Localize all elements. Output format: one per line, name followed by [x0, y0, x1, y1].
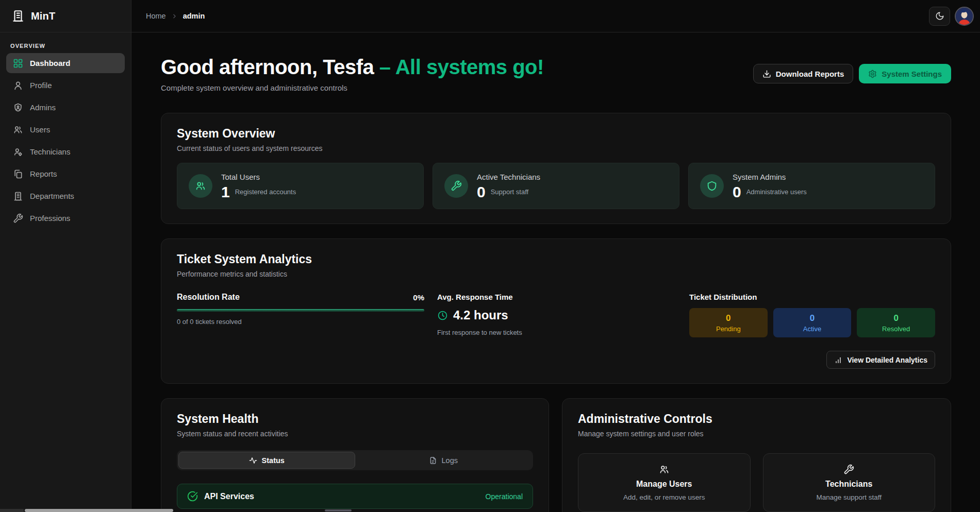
sidebar-section-label: OVERVIEW	[0, 32, 131, 53]
sidebar: MinT OVERVIEW Dashboard Profile Admins	[0, 0, 131, 512]
distribution-resolved: 0 Resolved	[857, 308, 935, 337]
user-avatar[interactable]	[955, 7, 974, 26]
analytics-grid: Resolution Rate 0% 0 of 0 tickets resolv…	[177, 293, 935, 337]
active-label: Active	[803, 325, 821, 333]
status-badge: Operational	[486, 492, 523, 501]
technicians-caption: Manage support staff	[816, 493, 882, 501]
sidebar-item-users[interactable]: Users	[6, 120, 125, 140]
shield-user-icon	[13, 103, 23, 113]
card-subtitle: Current status of users and system resou…	[177, 144, 935, 152]
users-icon	[659, 464, 670, 475]
card-subtitle: Performance metrics and statistics	[177, 270, 935, 278]
sidebar-item-label: Departments	[30, 192, 74, 200]
system-overview-card: System Overview Current status of users …	[161, 113, 951, 224]
greeting-accent-text: – All systems go!	[379, 56, 544, 78]
sidebar-item-label: Admins	[30, 103, 56, 112]
stat-caption: Administrative users	[746, 188, 807, 196]
topbar: Home admin	[131, 0, 980, 32]
app-root: MinT OVERVIEW Dashboard Profile Admins	[0, 0, 980, 512]
stat-caption: Registered accounts	[235, 188, 296, 196]
stat-body: System Admins 0 Administrative users	[733, 173, 807, 200]
resolution-rate-block: Resolution Rate 0% 0 of 0 tickets resolv…	[177, 293, 424, 337]
horizontal-scrollbar-thumb-secondary[interactable]	[325, 509, 352, 511]
system-settings-button[interactable]: System Settings	[859, 64, 951, 83]
stats-grid: Total Users 1 Registered accounts A	[177, 163, 935, 209]
ticket-analytics-card: Ticket System Analytics Performance metr…	[161, 238, 951, 384]
admin-controls-card: Administrative Controls Manage system se…	[562, 398, 951, 512]
tab-status[interactable]: Status	[178, 452, 355, 469]
tab-logs[interactable]: Logs	[355, 452, 532, 469]
stat-caption: Support staff	[491, 188, 528, 196]
technicians-label: Technicians	[825, 480, 872, 489]
stat-label: System Admins	[733, 173, 807, 181]
card-title: System Overview	[177, 127, 935, 141]
technicians-card[interactable]: Technicians Manage support staff	[763, 453, 936, 512]
stat-body: Active Technicians 0 Support staff	[477, 173, 540, 200]
view-detailed-analytics-label: View Detailed Analytics	[847, 356, 927, 364]
resolved-label: Resolved	[882, 325, 910, 333]
page-subtitle: Complete system overview and administrat…	[161, 83, 544, 92]
tab-logs-label: Logs	[442, 456, 458, 465]
users-icon	[13, 125, 23, 135]
main-area: Home admin	[131, 0, 980, 512]
wrench-icon	[13, 213, 23, 224]
sidebar-nav: Dashboard Profile Admins Users	[0, 53, 131, 228]
moon-icon	[935, 11, 944, 21]
card-title: Administrative Controls	[578, 412, 935, 426]
status-row-api-services: API Services Operational	[177, 484, 533, 509]
response-time-block: Avg. Response Time 4.2 hours First respo…	[437, 293, 676, 337]
sidebar-item-technicians[interactable]: Technicians	[6, 142, 125, 162]
building-icon	[13, 191, 23, 201]
shield-icon	[700, 174, 724, 198]
manage-users-label: Manage Users	[636, 480, 692, 489]
wrench-icon	[444, 174, 468, 198]
stat-value: 0	[477, 184, 486, 200]
stat-active-technicians: Active Technicians 0 Support staff	[433, 163, 679, 209]
sidebar-item-departments[interactable]: Departments	[6, 186, 125, 206]
activity-icon	[249, 456, 257, 465]
sidebar-item-dashboard[interactable]: Dashboard	[6, 53, 125, 73]
header-actions: Download Reports System Settings	[753, 64, 951, 83]
horizontal-scrollbar-thumb[interactable]	[25, 509, 173, 512]
files-icon	[13, 169, 23, 179]
sidebar-item-label: Dashboard	[30, 59, 70, 67]
sidebar-item-admins[interactable]: Admins	[6, 97, 125, 117]
pending-count: 0	[726, 313, 730, 323]
gear-icon	[868, 70, 877, 78]
page-content: Good afternoon, Tesfa – All systems go! …	[131, 32, 980, 512]
download-reports-button[interactable]: Download Reports	[753, 64, 854, 83]
response-time-caption: First response to new tickets	[437, 329, 676, 336]
grid-icon	[13, 58, 23, 69]
resolution-rate-label: Resolution Rate	[177, 293, 240, 302]
resolution-rate-value: 0%	[413, 293, 424, 302]
page-header: Good afternoon, Tesfa – All systems go! …	[161, 55, 951, 92]
sidebar-item-profile[interactable]: Profile	[6, 75, 125, 95]
breadcrumb-current: admin	[183, 12, 205, 20]
active-count: 0	[810, 313, 815, 323]
sidebar-item-professions[interactable]: Professions	[6, 208, 125, 228]
app-name: MinT	[31, 10, 55, 22]
clock-icon	[437, 310, 448, 321]
response-time-value: 4.2 hours	[453, 308, 508, 322]
sidebar-item-label: Reports	[30, 169, 57, 178]
manage-users-card[interactable]: Manage Users Add, edit, or remove users	[578, 453, 751, 512]
manage-users-caption: Add, edit, or remove users	[623, 493, 705, 501]
greeting-block: Good afternoon, Tesfa – All systems go! …	[161, 55, 544, 92]
stat-label: Total Users	[221, 173, 296, 181]
card-subtitle: Manage system settings and user roles	[578, 430, 935, 438]
app-logo[interactable]: MinT	[0, 0, 131, 32]
theme-toggle-button[interactable]	[929, 7, 950, 26]
view-detailed-analytics-button[interactable]: View Detailed Analytics	[826, 351, 935, 369]
card-title: System Health	[177, 412, 533, 426]
stat-body: Total Users 1 Registered accounts	[221, 173, 296, 200]
breadcrumb-home[interactable]: Home	[146, 12, 166, 20]
sidebar-item-reports[interactable]: Reports	[6, 164, 125, 184]
sidebar-item-label: Professions	[30, 214, 70, 223]
building-logo-icon	[11, 9, 25, 23]
card-title: Ticket System Analytics	[177, 252, 935, 266]
download-reports-label: Download Reports	[776, 70, 844, 78]
health-tabs: Status Logs	[177, 450, 533, 470]
sidebar-item-label: Profile	[30, 81, 52, 90]
topbar-actions	[929, 7, 974, 26]
admin-actions: Manage Users Add, edit, or remove users …	[578, 453, 935, 512]
